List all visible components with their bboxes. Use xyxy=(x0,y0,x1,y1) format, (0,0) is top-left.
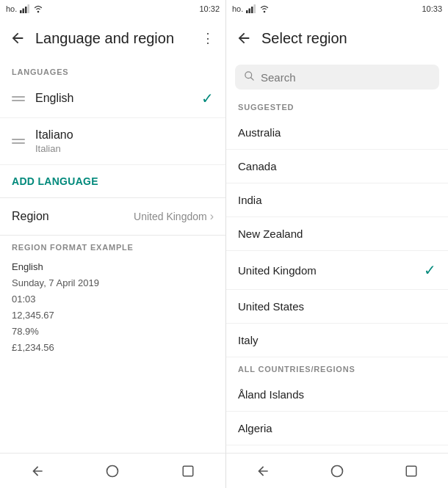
region-item-australia[interactable]: Australia xyxy=(226,116,448,150)
search-bar[interactable] xyxy=(235,65,439,90)
drag-handle-english xyxy=(12,96,25,101)
region-row[interactable]: Region United Kingdom › xyxy=(0,198,225,235)
format-line-2: 01:03 xyxy=(12,291,214,307)
svg-rect-0 xyxy=(20,10,22,13)
right-bottom-nav xyxy=(226,453,448,488)
languages-section-label: LANGUAGES xyxy=(0,59,225,79)
right-toolbar-title: Select region xyxy=(256,30,442,47)
right-signal-icon xyxy=(246,4,256,13)
svg-rect-15 xyxy=(406,466,416,476)
region-item-american-samoa[interactable]: American Samoa xyxy=(226,445,448,453)
region-item-new-zealand[interactable]: New Zealand xyxy=(226,217,448,251)
right-nav-back-icon xyxy=(256,464,270,478)
region-list: SUGGESTED Australia Canada India New Zea… xyxy=(226,95,448,453)
right-nav-recent-button[interactable] xyxy=(395,455,427,487)
right-back-button[interactable] xyxy=(232,26,256,50)
svg-point-14 xyxy=(331,465,342,476)
region-item-italy[interactable]: Italy xyxy=(226,324,448,357)
format-line-1: Sunday, 7 April 2019 xyxy=(12,275,214,291)
left-carrier: ho. xyxy=(6,4,17,13)
right-status-left: ho. xyxy=(232,4,270,13)
check-icon-english: ✓ xyxy=(201,90,214,107)
format-line-3: 12,345.67 xyxy=(12,307,214,324)
right-time: 10:33 xyxy=(422,4,442,13)
search-input[interactable] xyxy=(261,71,430,84)
nav-recent-button[interactable] xyxy=(172,455,204,487)
region-value: United Kingdom xyxy=(134,211,207,222)
svg-point-11 xyxy=(264,11,266,13)
add-language-button[interactable]: ADD LANGUAGE xyxy=(0,165,225,197)
left-status-right: 10:32 xyxy=(199,4,220,13)
signal-icon xyxy=(20,4,30,13)
svg-rect-3 xyxy=(28,4,30,13)
nav-back-button[interactable] xyxy=(21,455,54,487)
right-nav-home-button[interactable] xyxy=(321,455,353,487)
left-status-bar: ho. 10:32 xyxy=(0,0,225,18)
left-toolbar: Language and region ⋮ xyxy=(0,18,225,59)
left-toolbar-title: Language and region xyxy=(29,30,196,47)
svg-rect-10 xyxy=(254,4,256,13)
region-item-canada[interactable]: Canada xyxy=(226,150,448,183)
language-native-italiano: Italian xyxy=(35,143,214,154)
region-item-india[interactable]: India xyxy=(226,183,448,217)
search-icon xyxy=(244,70,255,84)
suggested-section-label: SUGGESTED xyxy=(226,95,448,116)
region-item-aland-islands[interactable]: Åland Islands xyxy=(226,378,448,412)
svg-rect-6 xyxy=(183,466,193,476)
left-time: 10:32 xyxy=(199,4,220,13)
nav-back-icon xyxy=(30,464,45,478)
svg-point-4 xyxy=(37,11,40,13)
right-panel: ho. 10:33 Select region SUGGESTED Austra… xyxy=(226,0,448,488)
back-arrow-icon xyxy=(10,30,26,46)
nav-home-button[interactable] xyxy=(96,455,129,487)
region-format-label: REGION FORMAT EXAMPLE xyxy=(0,236,225,256)
svg-rect-2 xyxy=(25,7,27,13)
region-format-content: English Sunday, 7 April 2019 01:03 12,34… xyxy=(0,256,225,368)
svg-rect-1 xyxy=(23,9,25,14)
right-status-bar: ho. 10:33 xyxy=(226,0,448,18)
left-panel: ho. 10:32 Language and region ⋮ LANGUAGE… xyxy=(0,0,226,488)
all-countries-section-label: ALL COUNTRIES/REGIONS xyxy=(226,357,448,378)
wifi-icon xyxy=(33,4,43,13)
right-nav-home-icon xyxy=(330,464,344,478)
svg-point-5 xyxy=(107,465,118,476)
svg-rect-7 xyxy=(246,10,248,13)
language-item-english[interactable]: English ✓ xyxy=(0,79,225,118)
language-name-english: English xyxy=(35,92,195,105)
left-status-left: ho. xyxy=(6,4,43,13)
right-status-right: 10:33 xyxy=(422,4,442,13)
left-bottom-nav xyxy=(0,453,225,488)
svg-rect-9 xyxy=(251,7,253,13)
back-button[interactable] xyxy=(6,26,29,50)
right-toolbar: Select region xyxy=(226,18,448,59)
right-back-arrow-icon xyxy=(236,30,252,46)
nav-home-icon xyxy=(105,464,120,478)
chevron-right-icon: › xyxy=(210,210,214,223)
format-line-0: English xyxy=(12,259,214,275)
more-options-button[interactable]: ⋮ xyxy=(196,26,220,50)
region-item-algeria[interactable]: Algeria xyxy=(226,412,448,445)
right-carrier: ho. xyxy=(232,4,243,13)
right-nav-back-button[interactable] xyxy=(247,455,279,487)
language-item-italiano[interactable]: Italiano Italian xyxy=(0,118,225,165)
svg-line-13 xyxy=(251,78,253,80)
region-item-united-kingdom[interactable]: United Kingdom ✓ xyxy=(226,251,448,290)
format-line-4: 78.9% xyxy=(12,324,214,340)
region-label: Region xyxy=(12,210,134,223)
drag-handle-italiano xyxy=(12,139,25,144)
right-nav-recent-icon xyxy=(405,465,418,478)
region-item-united-states[interactable]: United States xyxy=(226,290,448,324)
format-line-5: £1,234.56 xyxy=(12,340,214,356)
language-name-italiano: Italiano xyxy=(35,128,214,142)
nav-recent-icon xyxy=(181,465,195,478)
svg-rect-8 xyxy=(249,9,251,14)
right-wifi-icon xyxy=(259,4,270,13)
check-icon-uk: ✓ xyxy=(424,261,436,279)
